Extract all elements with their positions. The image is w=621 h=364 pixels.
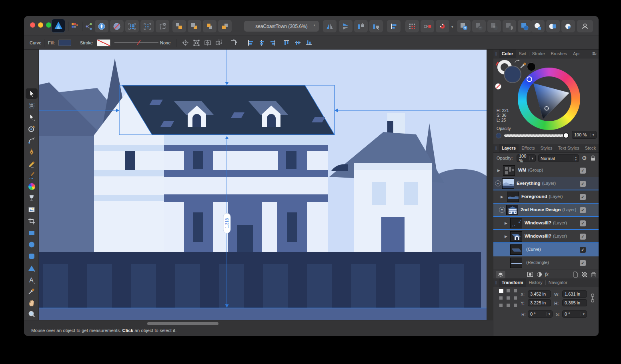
stroke-width-slider[interactable]: [114, 42, 158, 43]
move-forward-icon[interactable]: [203, 20, 216, 32]
document-title[interactable]: seaCoastTown (305.6%) *: [244, 21, 319, 32]
disclosure-icon[interactable]: ▶: [505, 234, 507, 238]
h-field[interactable]: 0.365 in: [562, 299, 587, 306]
tab-layers[interactable]: Layers: [499, 144, 519, 152]
shear-field[interactable]: 0 °▾: [562, 310, 587, 318]
street-strip[interactable]: [39, 308, 487, 320]
layer-visibility-checkbox[interactable]: ✓: [580, 220, 586, 226]
tab-appearance[interactable]: Apr: [570, 50, 583, 58]
tab-history[interactable]: History: [526, 278, 545, 287]
align-middle-v-icon[interactable]: [293, 39, 302, 47]
move-backward-icon[interactable]: [218, 20, 232, 32]
transform-grid-icon[interactable]: [156, 20, 169, 32]
tab-stroke[interactable]: Stroke: [529, 50, 548, 58]
panel-grip[interactable]: ||: [493, 144, 499, 152]
grid-icon[interactable]: [125, 20, 139, 32]
corner-tool[interactable]: [26, 135, 37, 146]
disclosure-icon[interactable]: ▶: [501, 195, 503, 199]
link-dimensions-icon[interactable]: [590, 292, 595, 306]
anchor-point-selector[interactable]: [499, 289, 517, 307]
boolean-divide-icon[interactable]: [503, 20, 516, 32]
opacity-value-field[interactable]: 100 %▾: [572, 131, 597, 139]
rotate-selection-box-icon[interactable]: [229, 39, 238, 47]
hue-selector[interactable]: [527, 77, 532, 82]
snapping-magnet-icon[interactable]: [436, 20, 449, 32]
canvas-artwork[interactable]: 1.318: [39, 50, 493, 320]
layer-row-2nd-house-design[interactable]: ▼ 2nd House Design(Layer) ✓: [493, 204, 599, 217]
panel-grip[interactable]: ||: [493, 278, 499, 287]
layer-row-rectangle[interactable]: (Rectangle) ✓: [493, 256, 599, 270]
align-center-h-icon[interactable]: [257, 39, 266, 47]
boolean-xor-icon[interactable]: [518, 20, 531, 32]
place-image-tool[interactable]: [26, 204, 37, 215]
tab-transform[interactable]: Transform: [499, 278, 526, 287]
move-to-back-icon[interactable]: [172, 20, 186, 32]
rotation-field[interactable]: 0 °▾: [528, 310, 553, 318]
insert-inside-icon[interactable]: [546, 20, 560, 32]
dot-grid-icon[interactable]: [405, 20, 419, 32]
insert-behind-icon[interactable]: [531, 20, 545, 32]
align-right-icon[interactable]: [268, 39, 277, 47]
minimize-window-button[interactable]: [38, 22, 43, 28]
insert-on-top-icon[interactable]: [561, 20, 575, 32]
stroke-swatch[interactable]: [97, 39, 110, 46]
close-window-button[interactable]: [30, 22, 35, 28]
zoom-tool[interactable]: [26, 309, 37, 319]
gear-icon[interactable]: ⚙: [582, 155, 587, 161]
triangle-shape-tool[interactable]: [26, 263, 37, 274]
flip-vertical-icon[interactable]: [339, 20, 353, 32]
move-tool[interactable]: [26, 88, 38, 99]
tab-brushes[interactable]: Brushes: [548, 50, 570, 58]
layer-row-curve-selected[interactable]: (Curve) ✓: [493, 243, 599, 256]
x-field[interactable]: 3.452 in: [528, 290, 551, 298]
rounded-rectangle-tool[interactable]: [26, 251, 37, 261]
layer-visibility-checkbox[interactable]: ✓: [580, 194, 586, 200]
ellipse-tool[interactable]: [26, 239, 37, 250]
insert-target-icon[interactable]: [421, 20, 434, 32]
text-tool[interactable]: A: [26, 275, 37, 285]
zoom-window-button[interactable]: [46, 22, 51, 28]
align-bottom-icon[interactable]: [304, 39, 313, 47]
align-top-icon[interactable]: [282, 39, 291, 47]
layer-visibility-checkbox[interactable]: ✓: [580, 247, 586, 253]
selected-roof-object[interactable]: [122, 85, 335, 135]
layer-row-windowsill-1[interactable]: ▶ Windowsill?(Layer) ✓: [493, 217, 599, 230]
rotate-ccw-icon[interactable]: [354, 20, 368, 32]
alignment-options-icon[interactable]: [387, 20, 401, 32]
fill-swatch[interactable]: [58, 40, 71, 46]
tab-navigator[interactable]: Navigator: [546, 278, 570, 287]
pixel-persona-icon[interactable]: [70, 21, 80, 32]
w-field[interactable]: 1.631 in: [562, 290, 587, 298]
transform-separately-icon[interactable]: [214, 39, 223, 47]
selection-box-icon[interactable]: [192, 39, 201, 47]
artboard-tool[interactable]: [26, 100, 37, 111]
flip-horizontal-icon[interactable]: [323, 20, 337, 32]
pixel-grid-icon[interactable]: [140, 20, 154, 32]
blend-mode-select[interactable]: Normal ▴▾: [538, 154, 579, 162]
horizontal-scrollbar[interactable]: [147, 322, 218, 325]
layer-visibility-checkbox[interactable]: ✓: [580, 181, 586, 187]
mirror-handles-icon[interactable]: [203, 39, 212, 47]
color-wheel[interactable]: [518, 68, 580, 130]
badge-arrow-icon[interactable]: [95, 20, 108, 32]
pen-tool[interactable]: [26, 147, 37, 157]
layer-visibility-checkbox[interactable]: ✓: [580, 260, 586, 266]
node-tool[interactable]: [26, 112, 37, 122]
lock-icon[interactable]: [590, 155, 596, 163]
disclosure-icon[interactable]: ▶: [497, 168, 500, 172]
export-persona-icon[interactable]: [84, 21, 94, 32]
align-left-icon[interactable]: [246, 39, 255, 47]
boolean-add-icon[interactable]: [457, 20, 471, 32]
account-icon[interactable]: [577, 20, 593, 32]
rotate-cw-icon[interactable]: [369, 20, 383, 32]
canvas-viewport[interactable]: 1.318: [39, 50, 493, 320]
layer-row-everything[interactable]: ▼ Everything(Layer) ✓: [493, 177, 599, 190]
tab-styles[interactable]: Styles: [538, 144, 555, 152]
point-transform-tool[interactable]: [26, 124, 37, 134]
layer-row-windowsill-2[interactable]: ▶ Windowsill?(Layer) ✓: [493, 230, 599, 243]
tab-color[interactable]: Color: [499, 50, 516, 58]
tab-effects[interactable]: Effects: [519, 144, 537, 152]
boolean-intersect-icon[interactable]: [487, 20, 501, 32]
disclosure-icon-expanded[interactable]: ▼: [495, 180, 501, 186]
edit-all-layers-icon[interactable]: [496, 271, 505, 278]
